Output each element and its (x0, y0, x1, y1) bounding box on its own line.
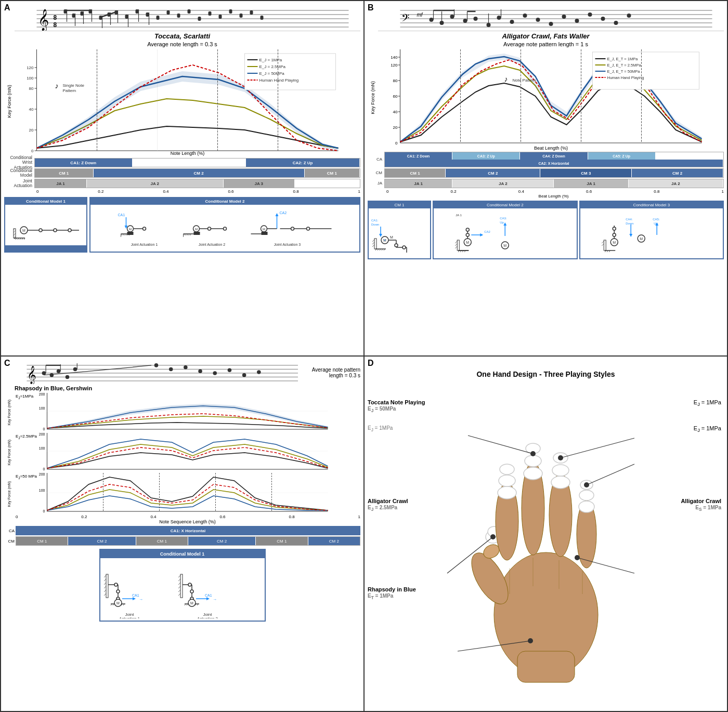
panel-a-yaxis: Key Force (mN) (7, 85, 12, 118)
svg-rect-22 (125, 15, 128, 19)
panel-c-title: Rhapsody in Blue, Gershwin (15, 385, 360, 391)
svg-text:CA1: CA1 (132, 594, 139, 597)
svg-rect-33 (209, 11, 212, 16)
svg-point-292 (169, 367, 173, 372)
svg-rect-324 (106, 574, 108, 598)
svg-point-295 (213, 371, 217, 375)
svg-point-286 (57, 369, 61, 373)
panel-a-chart: 0 20 40 80 100 120 0 0.2 0.4 0.6 0 (15, 49, 360, 153)
svg-rect-8 (64, 9, 67, 14)
svg-text:Single Note: Single Note (63, 83, 85, 88)
svg-point-392 (524, 467, 542, 480)
svg-marker-136 (276, 213, 279, 216)
svg-line-412 (587, 464, 634, 485)
annotation-rhapsody: Rhapsody in Blue ET = 1MPa (368, 586, 416, 600)
svg-text:Pattern: Pattern (63, 88, 76, 93)
diagram-row-b: CM 1 (368, 201, 724, 259)
svg-point-228 (384, 240, 385, 241)
svg-rect-24 (136, 9, 139, 14)
svg-line-238 (455, 244, 457, 246)
svg-text:Up: Up (654, 222, 658, 225)
svg-text:♪: ♪ (55, 82, 59, 90)
svg-rect-38 (261, 16, 264, 20)
svg-point-159 (474, 17, 478, 21)
svg-point-142 (307, 227, 310, 230)
svg-text:CA2: CA2 (280, 211, 287, 215)
svg-rect-112 (127, 232, 134, 235)
svg-rect-32 (198, 17, 201, 21)
svg-point-168 (562, 15, 566, 19)
annotation-alligator-crawl-right: Alligator Crawl ES = 1MPa (681, 498, 721, 512)
main-grid: A 𝄞 8 8 (0, 0, 728, 712)
svg-rect-354 (180, 574, 183, 598)
svg-text:E_J = 2.5MPa: E_J = 2.5MPa (259, 64, 286, 69)
svg-rect-87 (14, 229, 16, 238)
panel-b-title: Alligator Crawl, Fats Waller (368, 32, 724, 40)
svg-text:CA4:: CA4: (626, 218, 633, 221)
svg-text:E_J = 50MPa: E_J = 50MPa (259, 71, 285, 76)
svg-text:CA5:: CA5: (653, 218, 660, 221)
svg-text:𝄞: 𝄞 (38, 9, 49, 31)
svg-point-288 (66, 375, 70, 379)
svg-text:0: 0 (43, 467, 45, 471)
svg-point-93 (54, 229, 57, 232)
ja3-box-a: JA 3 (224, 179, 295, 188)
svg-point-173 (627, 14, 631, 18)
svg-text:100: 100 (27, 76, 34, 81)
svg-rect-31 (188, 9, 191, 14)
svg-point-396 (551, 476, 570, 489)
ja-row-b: JA JA 1 JA 2 JA 1 JA 2 (368, 179, 724, 188)
panel-b-yaxis: Key Force (mN) (370, 81, 375, 114)
svg-rect-16 (99, 16, 102, 20)
svg-line-357 (178, 583, 180, 585)
svg-point-298 (257, 370, 261, 374)
annotation-toccata: Toccata Note Playing EJ = 50MPa (368, 399, 425, 413)
svg-text:Actuation 1: Actuation 1 (119, 616, 140, 618)
panel-d-title: One Hand Design - Three Playing Styles (368, 370, 724, 378)
svg-text:JA 1: JA 1 (456, 214, 462, 217)
chart-c3: Key Force (mN) EJ=50 MPa 0 100 200 (4, 473, 360, 515)
svg-text:CA1:: CA1: (371, 219, 379, 222)
svg-text:Down: Down (626, 222, 633, 225)
svg-text:0: 0 (395, 141, 398, 146)
panel-a-label: A (4, 3, 10, 12)
diagram-row-a: Conditional Model 1 (4, 197, 360, 253)
ca1-box-a: CA1: Z Down (35, 159, 133, 167)
svg-point-157 (463, 19, 467, 23)
svg-text:E_J, E_T = 2.5MPa: E_J, E_T = 2.5MPa (607, 63, 642, 68)
svg-line-327 (104, 583, 106, 585)
cm1-diagram: Conditional Model 1 (4, 197, 87, 253)
svg-text:CA1: CA1 (118, 213, 125, 217)
ca-row-a: ConditionalWristActuation CA1: Z Down CA… (4, 158, 360, 167)
panel-b-label: B (368, 3, 374, 12)
svg-text:200: 200 (39, 473, 45, 476)
svg-line-215 (372, 245, 374, 247)
svg-text:→: → (139, 597, 143, 602)
svg-text:0: 0 (43, 427, 45, 431)
svg-point-389 (499, 475, 515, 486)
svg-text:140: 140 (391, 55, 398, 60)
svg-rect-236 (457, 240, 459, 250)
svg-rect-28 (157, 16, 160, 20)
panel-a-subtitle: Average note length = 0.3 s (4, 41, 360, 47)
chart-c1: Key Force (mN) EJ=1MPa 0 100 200 (4, 393, 360, 432)
svg-text:→: → (213, 597, 217, 602)
svg-rect-30 (177, 14, 180, 18)
svg-line-214 (372, 242, 374, 244)
svg-text:8: 8 (54, 14, 57, 21)
svg-text:100: 100 (39, 406, 45, 410)
svg-marker-249 (503, 222, 506, 226)
svg-text:Actuation 2: Actuation 2 (197, 616, 218, 618)
svg-text:M: M (190, 601, 193, 605)
ca2-box-a: CA2: Z Up (246, 159, 360, 167)
svg-text:Down: Down (371, 223, 379, 226)
svg-text:0: 0 (31, 149, 34, 153)
panel-d-label: D (368, 359, 374, 368)
svg-text:80: 80 (29, 86, 34, 91)
svg-text:E_J, E_T = 50MPa: E_J, E_T = 50MPa (607, 69, 641, 74)
svg-text:M: M (263, 228, 265, 231)
svg-marker-348 (133, 597, 136, 600)
svg-point-95 (68, 229, 71, 232)
svg-text:♪: ♪ (504, 75, 508, 83)
svg-text:120: 120 (27, 65, 34, 70)
